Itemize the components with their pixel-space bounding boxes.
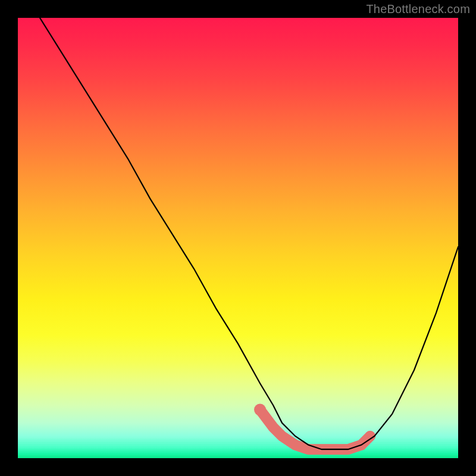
chart-svg	[18, 18, 458, 458]
chart-frame: TheBottleneck.com	[0, 0, 476, 476]
bottleneck-curve	[40, 18, 458, 449]
svg-point-0	[254, 404, 266, 416]
bottom-marker-band	[254, 404, 375, 450]
plot-area	[18, 18, 458, 458]
watermark-text: TheBottleneck.com	[366, 2, 470, 16]
